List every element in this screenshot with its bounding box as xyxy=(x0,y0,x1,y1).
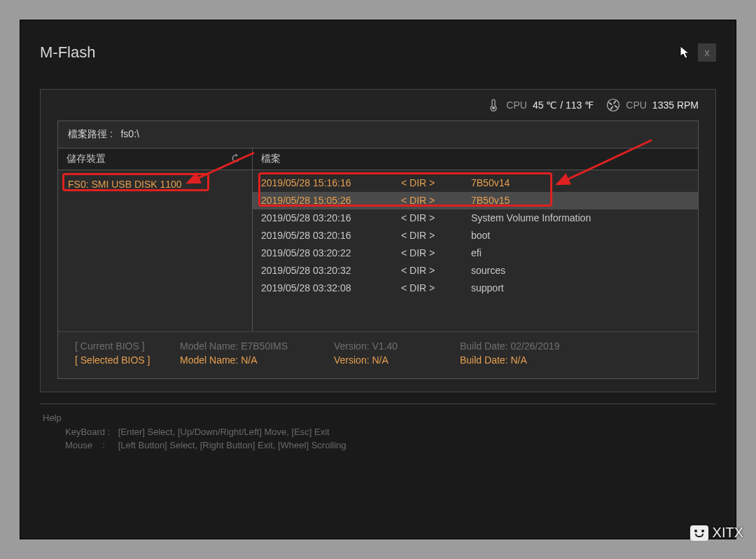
watermark: XITX xyxy=(690,525,743,541)
files-header-label: 檔案 xyxy=(261,153,281,165)
main-panel: CPU 45 ℃ / 113 ℉ CPU 1335 RPM 檔案路徑 : fs0… xyxy=(40,89,716,392)
storage-column: 儲存裝置 FS0: SMI USB DISK 1100 xyxy=(58,148,253,331)
file-type: < DIR > xyxy=(401,263,471,278)
files-header: 檔案 xyxy=(253,148,698,170)
file-row[interactable]: 2019/05/28 03:20:16< DIR >System Volume … xyxy=(253,209,698,227)
device-item[interactable]: FS0: SMI USB DISK 1100 xyxy=(58,174,252,194)
file-type: < DIR > xyxy=(401,193,471,208)
watermark-icon xyxy=(690,525,708,541)
selected-build: Build Date: N/A xyxy=(460,354,681,366)
file-type: < DIR > xyxy=(401,281,471,296)
device-list: FS0: SMI USB DISK 1100 xyxy=(58,170,253,331)
mouse-cursor-icon xyxy=(680,46,692,60)
file-browser: 檔案路徑 : fs0:\ 儲存裝置 FS0: SMI USB DISK 11 xyxy=(57,120,699,379)
refresh-button[interactable] xyxy=(228,153,244,165)
status-bar: CPU 45 ℃ / 113 ℉ CPU 1335 RPM xyxy=(41,90,715,120)
file-name: efi xyxy=(471,246,690,261)
file-name: sources xyxy=(471,263,690,278)
file-date: 2019/05/28 03:32:08 xyxy=(261,281,401,296)
storage-header-label: 儲存裝置 xyxy=(66,153,106,165)
selected-bios-label: [ Selected BIOS ] xyxy=(75,354,180,366)
file-name: 7B50v15 xyxy=(471,193,690,208)
file-row[interactable]: 2019/05/28 03:20:32< DIR >sources xyxy=(253,262,698,280)
cpu-fan-value: 1335 RPM xyxy=(652,99,699,111)
file-row[interactable]: 2019/05/28 03:20:22< DIR >efi xyxy=(253,244,698,262)
file-row[interactable]: 2019/05/28 03:20:16< DIR >boot xyxy=(253,227,698,244)
cpu-temp-stat: CPU 45 ℃ / 113 ℉ xyxy=(486,98,594,112)
bios-info: [ Current BIOS ] Model Name: E7B50IMS Ve… xyxy=(58,331,698,378)
file-name: System Volume Information xyxy=(471,211,690,226)
file-type: < DIR > xyxy=(401,228,471,243)
file-name: 7B50v14 xyxy=(471,176,690,191)
current-bios-label: [ Current BIOS ] xyxy=(75,340,180,352)
selected-model: Model Name: N/A xyxy=(180,354,334,366)
svg-point-2 xyxy=(612,104,615,106)
file-list: 2019/05/28 15:16:16< DIR >7B50v142019/05… xyxy=(253,170,698,331)
titlebar: M-Flash x xyxy=(20,20,736,69)
file-type: < DIR > xyxy=(401,176,471,191)
file-row[interactable]: 2019/05/28 15:16:16< DIR >7B50v14 xyxy=(253,174,698,192)
file-date: 2019/05/28 03:20:22 xyxy=(261,246,401,261)
window-title: M-Flash xyxy=(40,43,95,62)
cpu-fan-stat: CPU 1335 RPM xyxy=(606,98,699,112)
file-date: 2019/05/28 15:16:16 xyxy=(261,176,401,191)
path-value: fs0:\ xyxy=(120,128,139,139)
thermometer-icon xyxy=(486,98,500,112)
cpu-temp-label: CPU xyxy=(506,99,527,111)
files-column: 檔案 2019/05/28 15:16:16< DIR >7B50v142019… xyxy=(253,148,698,331)
file-row[interactable]: 2019/05/28 03:32:08< DIR >support xyxy=(253,280,698,297)
help-title: Help xyxy=(40,411,716,425)
file-type: < DIR > xyxy=(401,246,471,261)
file-name: boot xyxy=(471,228,690,243)
fan-icon xyxy=(606,98,620,112)
file-date: 2019/05/28 15:05:26 xyxy=(261,193,401,208)
file-name: support xyxy=(471,281,690,296)
file-date: 2019/05/28 03:20:16 xyxy=(261,228,401,243)
path-row: 檔案路徑 : fs0:\ xyxy=(58,121,698,148)
titlebar-controls: x xyxy=(680,43,716,62)
current-build: Build Date: 02/26/2019 xyxy=(460,340,681,352)
browser-columns: 儲存裝置 FS0: SMI USB DISK 1100 xyxy=(58,148,698,331)
svg-point-0 xyxy=(492,106,495,109)
storage-header: 儲存裝置 xyxy=(58,148,253,170)
cpu-fan-label: CPU xyxy=(626,99,647,111)
close-button[interactable]: x xyxy=(698,43,716,62)
file-date: 2019/05/28 03:20:16 xyxy=(261,211,401,226)
help-mouse: Mouse : [Left Button] Select, [Right But… xyxy=(40,439,716,453)
file-date: 2019/05/28 03:20:32 xyxy=(261,263,401,278)
selected-version: Version: N/A xyxy=(334,354,460,366)
path-label: 檔案路徑 : xyxy=(68,128,113,139)
file-row[interactable]: 2019/05/28 15:05:26< DIR >7B50v15 xyxy=(253,192,698,209)
current-version: Version: V1.40 xyxy=(334,340,460,352)
help-section: Help KeyBoard : [Enter] Select, [Up/Down… xyxy=(40,403,716,465)
file-type: < DIR > xyxy=(401,211,471,226)
mflash-window: M-Flash x CPU 45 ℃ / 113 ℉ CPU xyxy=(20,20,736,539)
current-model: Model Name: E7B50IMS xyxy=(180,340,334,352)
cpu-temp-value: 45 ℃ / 113 ℉ xyxy=(533,99,594,111)
watermark-text: XITX xyxy=(713,525,743,541)
help-keyboard: KeyBoard : [Enter] Select, [Up/Down/Righ… xyxy=(40,425,716,439)
